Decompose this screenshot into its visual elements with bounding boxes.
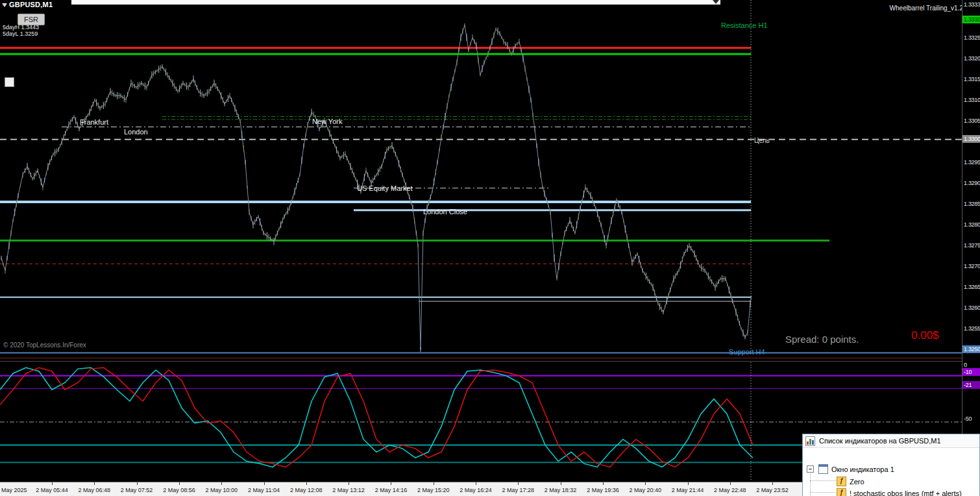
custom-indicator-icon: ƒ [837, 488, 846, 496]
time-axis-label: 2 May 20:40 [629, 487, 661, 493]
time-axis-label: 2 May 11:04 [248, 487, 280, 493]
session-label-us-equity: US Equity Market [357, 185, 413, 192]
main-chart-canvas[interactable] [0, 0, 962, 354]
indicator-tree-label: ! stochastic obos lines (mtf + alerts) [850, 490, 962, 496]
time-axis-tick [264, 482, 265, 485]
time-axis-label: 2 May 13:12 [332, 487, 365, 493]
indicator-axis-label: -50 [964, 415, 972, 422]
session-label-london-close: London Close [423, 208, 467, 216]
price-axis-label: 1.3280 [964, 221, 980, 228]
session-label-new-york: New York [312, 118, 342, 125]
popup-title-bar[interactable]: Список индикаторов на GBPUSD,M1 [803, 434, 979, 448]
chart-shift-marker-icon [713, 0, 719, 4]
mt4-chart-window: GBPUSD,M1 FSR 5dayH 1.3443 5dayL 1.3259 … [0, 0, 980, 496]
indicator-tree-item[interactable]: ƒ! stochastic obos lines (mtf + alerts) [803, 488, 979, 496]
price-axis-label: 1.3285 [964, 201, 980, 207]
indicator-axis-badge: -10 [962, 368, 980, 376]
time-axis-label: 2 May 23:52 [756, 487, 789, 493]
price-axis-badge: 1.3250 [962, 345, 980, 353]
time-axis-tick [645, 482, 646, 485]
target-label: Цель [754, 138, 770, 144]
time-axis-tick [688, 482, 689, 485]
price-axis-label: 1.3270 [964, 263, 980, 269]
time-axis-tick [52, 482, 53, 485]
popup-title: Список индикаторов на GBPUSD,M1 [819, 437, 941, 445]
time-axis-tick [434, 482, 434, 485]
time-axis-label: 2 May 18:32 [545, 487, 577, 493]
session-label-frankfurt: Frankfurt [80, 119, 108, 126]
price-axis-label: 1.3260 [964, 304, 980, 311]
spread-label: Spread: 0 points. [785, 334, 859, 344]
time-axis-tick [603, 482, 604, 485]
time-axis-tick [561, 482, 561, 485]
time-axis-tick [772, 482, 773, 485]
time-axis-tick [94, 482, 95, 485]
indicator-tree-item[interactable]: Окно индикатора 1 [803, 464, 979, 475]
price-axis-label: 1.3275 [964, 242, 980, 249]
time-axis-tick [476, 482, 476, 485]
time-axis-label: 2 May 05:44 [36, 487, 68, 493]
price-axis-label: 1.3295 [964, 159, 980, 166]
time-axis-label: 2 May 19:36 [587, 487, 619, 493]
chart-object-rectangle[interactable] [5, 77, 14, 87]
time-axis-date-label: May 2025 [1, 487, 27, 493]
time-axis-tick [518, 482, 519, 485]
time-axis-label: 2 May 07:52 [121, 487, 153, 493]
indicator-tree-label: Окно индикатора 1 [831, 465, 894, 473]
price-axis-badge: 1.3330 [962, 16, 980, 23]
time-axis-tick [349, 482, 349, 485]
fiveday-high-label: 5dayH 1.3443 [3, 25, 39, 31]
top-strip [71, 0, 720, 5]
indicator-axis-badge: -21 [962, 381, 980, 389]
symbol-label: GBPUSD,M1 [9, 1, 53, 8]
panel-separator[interactable] [0, 361, 962, 362]
price-axis-label: 1.3325 [964, 34, 980, 41]
price-axis-label: 1.3315 [964, 76, 980, 82]
time-axis-label: 2 May 14:16 [375, 487, 408, 493]
indicator-list-icon [805, 436, 815, 446]
ea-title-label: Wheelbarrel Trailing_v1.2 [890, 5, 963, 12]
price-axis-label: 1.3310 [964, 97, 980, 103]
stochastic-main-line [0, 367, 753, 467]
indicator-window-icon [818, 464, 828, 474]
indicator-tree-label: Zero [850, 478, 864, 486]
price-axis-badge: 1.3300 [962, 135, 980, 143]
time-axis-label: 2 May 06:48 [79, 487, 111, 493]
tree-collapse-icon[interactable] [807, 465, 814, 473]
time-axis-label: 2 May 17:28 [502, 487, 535, 493]
support-label: Support H4 [729, 349, 765, 356]
time-axis-label: 2 May 22:48 [714, 487, 746, 493]
indicator-list-popup: Список индикаторов на GBPUSD,M1 Окно инд… [802, 434, 980, 496]
price-axis-label: 1.3265 [964, 284, 980, 290]
time-axis-label: 2 May 08:56 [163, 487, 195, 493]
profit-label: 0.00$ [911, 330, 939, 341]
symbol-dropdown-icon [2, 3, 7, 7]
resistance-label: Resistance H1 [721, 22, 768, 29]
time-axis-label: 2 May 15:20 [417, 487, 450, 493]
price-axis-label: 1.3320 [964, 55, 980, 62]
popup-tree: Окно индикатора 1ƒZeroƒ! stochastic obos… [803, 448, 979, 496]
time-axis-tick [179, 482, 180, 485]
fiveday-low-label: 5dayL 1.3259 [3, 31, 38, 37]
time-axis-label: 2 May 16:24 [459, 487, 492, 493]
price-axis-label: 1.3255 [964, 325, 980, 332]
price-axis-label: 1.3290 [964, 180, 980, 186]
copyright-label: © 2020 TopLessons.In/Forex [3, 342, 86, 349]
price-axis-label: 1.3305 [964, 118, 980, 124]
time-axis-tick [730, 482, 731, 485]
time-axis-label: 2 May 10:00 [205, 487, 238, 493]
time-axis-label: 2 May 21:44 [672, 487, 704, 493]
indicator-axis-label: 0 [964, 362, 967, 368]
time-axis-tick [137, 482, 138, 485]
session-label-london: London [124, 129, 148, 136]
time-axis-tick [221, 482, 222, 485]
custom-indicator-icon: ƒ [837, 477, 846, 486]
indicator-tree-item[interactable]: ƒZero [803, 476, 979, 487]
time-axis-tick [391, 482, 391, 485]
price-axis[interactable]: 1.33331.33251.33201.33151.33101.33051.32… [962, 0, 980, 482]
time-axis-label: 2 May 12:08 [290, 487, 323, 493]
panel-separator-red [0, 358, 962, 358]
time-axis-tick [306, 482, 307, 485]
price-axis-label: 1.3333 [964, 1, 980, 8]
